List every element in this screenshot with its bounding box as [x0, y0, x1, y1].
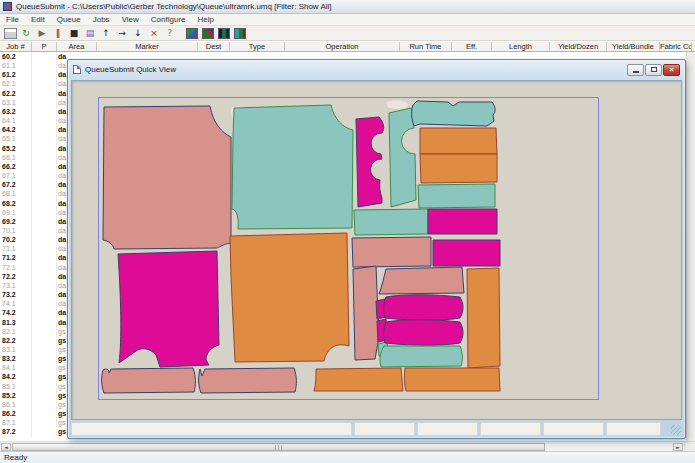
gap-blob-3[interactable] — [386, 100, 409, 108]
menu-view[interactable]: View — [116, 14, 145, 26]
job-number-cell: 85.1 — [2, 382, 30, 391]
move-up-icon[interactable]: ↑ — [99, 27, 113, 40]
piece-orange-panel[interactable] — [230, 233, 349, 362]
job-number-cell: 86.1 — [2, 400, 30, 409]
piece-teal-side[interactable] — [389, 108, 416, 207]
scroll-right-arrow-icon[interactable]: ► — [673, 443, 683, 451]
menu-queue[interactable]: Queue — [51, 14, 87, 26]
piece-teal-bar[interactable] — [354, 209, 428, 235]
piece-magenta-side[interactable] — [356, 117, 384, 207]
job-number-cell: 81.3 — [2, 318, 30, 327]
menu-jobs[interactable]: Jobs — [87, 14, 116, 26]
piece-teal-waistband[interactable] — [412, 101, 496, 126]
pause-icon[interactable]: ‖ — [51, 27, 65, 40]
app-icon — [3, 2, 12, 11]
menu-file[interactable]: File — [0, 14, 25, 26]
column-divider — [31, 98, 32, 107]
job-number-cell: 61.1 — [2, 61, 30, 70]
column-divider — [31, 363, 32, 372]
column-header-type[interactable]: Type — [230, 42, 285, 51]
marker-view-icon[interactable] — [217, 27, 231, 40]
piece-salmon-panel[interactable] — [103, 106, 231, 249]
column-divider — [56, 345, 57, 354]
scroll-left-arrow-icon[interactable]: ◄ — [1, 443, 11, 451]
column-header-fabric-cost[interactable]: Fabric Cost — [660, 42, 692, 51]
piece-orange-strip-1[interactable] — [314, 368, 403, 391]
column-divider — [56, 79, 57, 88]
restore-button[interactable] — [645, 64, 662, 76]
piece-magenta-band-1[interactable] — [384, 295, 463, 321]
column-header-job-[interactable]: Job # — [0, 42, 32, 51]
piece-salmon-waistband-1[interactable] — [102, 368, 196, 393]
queue-list-icon[interactable]: ▤ — [83, 27, 97, 40]
quick-view-window[interactable]: QueueSubmit Quick View × — [67, 59, 686, 439]
delete-icon[interactable]: × — [147, 27, 161, 40]
horizontal-scrollbar[interactable]: ◄ ► — [0, 441, 695, 451]
piece-view-icon[interactable] — [201, 27, 215, 40]
menu-edit[interactable]: Edit — [25, 14, 51, 26]
column-divider — [31, 263, 32, 272]
piece-teal-panel[interactable] — [232, 105, 353, 229]
piece-orange-strip-2[interactable] — [404, 368, 500, 391]
column-divider — [31, 391, 32, 400]
column-header-length[interactable]: Length — [492, 42, 550, 51]
document-icon — [73, 65, 81, 74]
status-panel — [71, 422, 352, 436]
piece-salmon-waistband-2[interactable] — [199, 368, 297, 393]
column-divider — [56, 354, 57, 363]
piece-orange-column[interactable] — [467, 268, 500, 368]
piece-salmon-bar[interactable] — [352, 237, 431, 267]
column-header-eff-[interactable]: Eff. — [452, 42, 492, 51]
piece-orange-block-1[interactable] — [420, 128, 497, 154]
job-number-cell: 71.1 — [2, 244, 30, 253]
quick-view-title-bar[interactable]: QueueSubmit Quick View × — [68, 60, 685, 79]
piece-salmon-strip-top[interactable] — [379, 267, 464, 294]
column-header-p[interactable]: P — [32, 42, 57, 51]
column-divider — [31, 244, 32, 253]
column-divider — [31, 171, 32, 180]
print-icon[interactable] — [3, 27, 17, 40]
move-down-icon[interactable]: ↓ — [131, 27, 145, 40]
menu-help[interactable]: Help — [192, 14, 220, 26]
column-header-yield-bundle[interactable]: Yield/Bundle — [607, 42, 660, 51]
column-header-operation[interactable]: Operation — [285, 42, 400, 51]
vertical-scrollbar[interactable] — [686, 52, 695, 441]
move-right-icon[interactable]: → — [115, 27, 129, 40]
column-divider — [56, 409, 57, 418]
column-header-area[interactable]: Area — [57, 42, 97, 51]
piece-teal-block[interactable] — [418, 184, 495, 208]
piece-salmon-column[interactable] — [353, 266, 379, 360]
piece-teal-band-low[interactable] — [380, 346, 462, 367]
scrollbar-thumb[interactable] — [12, 443, 545, 451]
film-view-icon[interactable] — [233, 27, 247, 40]
menu-configure[interactable]: Configure — [145, 14, 192, 26]
column-header-marker[interactable]: Marker — [97, 42, 198, 51]
stop-icon[interactable]: ■ — [67, 27, 81, 40]
column-header-dest[interactable]: Dest — [198, 42, 230, 51]
piece-orange-block-2[interactable] — [420, 154, 497, 183]
column-divider — [56, 134, 57, 143]
column-header-yield-dozen[interactable]: Yield/Dozen — [550, 42, 607, 51]
column-divider — [56, 400, 57, 409]
column-divider — [31, 144, 32, 153]
close-button[interactable]: × — [663, 64, 680, 76]
column-divider — [56, 107, 57, 116]
column-divider — [56, 281, 57, 290]
run-icon[interactable]: ▶ — [35, 27, 49, 40]
minimize-button[interactable] — [627, 64, 644, 76]
column-divider — [56, 226, 57, 235]
resize-grip[interactable] — [671, 425, 681, 435]
piece-magenta-band-2[interactable] — [384, 320, 463, 346]
column-header-run-time[interactable]: Run Time — [400, 42, 452, 51]
status-panel — [417, 422, 478, 436]
marker-canvas[interactable] — [71, 80, 682, 420]
help-icon[interactable]: ? — [163, 27, 177, 40]
piece-magenta-bar-2[interactable] — [433, 240, 500, 266]
piece-magenta-bar-1[interactable] — [428, 209, 497, 234]
column-divider — [56, 318, 57, 327]
refresh-icon[interactable]: ↻ — [19, 27, 33, 40]
piece-magenta-panel[interactable] — [118, 251, 219, 367]
quick-view-icon[interactable] — [185, 27, 199, 40]
title-bar[interactable]: QueueSubmit - C:\Users\Public\Gerber Tec… — [0, 0, 695, 14]
job-number-cell: 84.2 — [2, 372, 30, 381]
